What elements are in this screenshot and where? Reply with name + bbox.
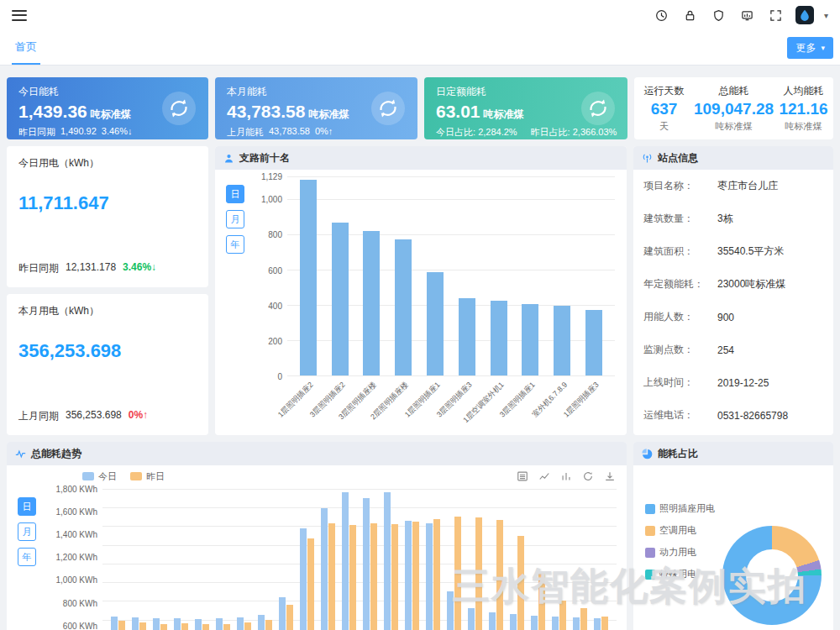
shield-icon[interactable]: [710, 6, 728, 24]
topbar: ▾: [0, 0, 840, 30]
trend-bar-group: [318, 489, 339, 630]
lock-icon[interactable]: [681, 6, 700, 24]
legend-label: 昨日: [146, 470, 165, 483]
stat-sub2-label: 昨日占比:: [531, 127, 570, 137]
chevron-down-icon[interactable]: ▾: [824, 11, 828, 20]
legend-swatch: [645, 548, 655, 558]
trend-bar-group: [591, 489, 612, 630]
site-row: 建筑数量：3栋: [633, 202, 833, 235]
trend-period-switcher: 日 月 年: [12, 489, 42, 630]
refresh-icon[interactable]: [580, 91, 616, 126]
site-row: 运维电话：0531-82665798: [633, 399, 833, 432]
legend-swatch: [645, 570, 655, 580]
water-drop-logo[interactable]: [795, 6, 814, 24]
panel-title: 能耗占比: [658, 447, 698, 461]
trend-bar-group: [276, 489, 297, 630]
legend-swatch: [645, 504, 655, 514]
card-month-electricity: 本月用电（kWh） 356,253.698 上月同期 356,253.698 0…: [7, 294, 208, 435]
legend-item-today[interactable]: 今日: [82, 470, 117, 483]
stat-delta: 0%↑: [315, 126, 333, 139]
trend-bar-group: [255, 489, 276, 630]
tabbar: 首页 更多 ▾: [0, 30, 840, 66]
stat-sub-label: 上月能耗: [227, 126, 264, 139]
trend-bar-group: [486, 489, 507, 630]
trend-bar-group: [402, 489, 423, 630]
tab-home[interactable]: 首页: [12, 30, 40, 65]
summary-label: 总能耗: [719, 84, 749, 98]
branch-bar: [546, 176, 578, 375]
legend-item-special[interactable]: 特殊用电: [645, 568, 715, 580]
summary-total-energy: 总能耗 109,047.28 吨标准煤: [694, 77, 774, 139]
stat-unit: 吨标准煤: [308, 108, 349, 120]
trend-bar-group: [150, 489, 171, 630]
trend-bar-group: [465, 489, 486, 630]
panel-energy-share: 能耗占比 照明插座用电 空调用电 动力用电 特殊用电: [633, 442, 833, 630]
trend-bar-group: [360, 489, 381, 630]
site-row: 项目名称：枣庄市台儿庄: [633, 170, 833, 202]
legend-item-yesterday[interactable]: 昨日: [130, 470, 165, 483]
card-title: 本月用电（kWh）: [18, 304, 197, 318]
stat-card-daily-quota: 日定额能耗 63.01吨标准煤 今日占比: 2,284.2% 昨日占比: 2,3…: [424, 77, 627, 139]
refresh-icon[interactable]: [161, 91, 197, 126]
period-year-button[interactable]: 年: [226, 235, 244, 254]
menu-icon[interactable]: [12, 10, 27, 21]
data-view-icon[interactable]: [516, 470, 529, 483]
more-button-label: 更多: [795, 41, 816, 55]
card-delta: 3.46%↓: [123, 261, 156, 276]
chart-board-icon[interactable]: [738, 6, 757, 24]
summary-value: 109,047.28: [694, 100, 774, 118]
trend-bar-group: [570, 489, 591, 630]
card-value: 11,711.647: [18, 192, 197, 214]
chart-toolbar: [516, 470, 617, 483]
card-sub-value: 12,131.178: [66, 261, 116, 276]
panel-site-info: 站点信息 项目名称：枣庄市台儿庄 建筑数量：3栋 建筑面积：35540.5平方米…: [633, 146, 833, 435]
branch-y-axis: 02004006008001,0001,129: [250, 176, 287, 376]
stat-unit: 吨标准煤: [484, 108, 524, 120]
card-sub-label: 上月同期: [18, 409, 59, 423]
period-day-button[interactable]: 日: [226, 185, 244, 203]
site-row: 年定额能耗：23000吨标准煤: [633, 268, 833, 301]
stat-sub-value: 1,490.92: [60, 126, 97, 139]
branch-bar: [356, 176, 388, 375]
panel-title: 支路前十名: [239, 151, 290, 165]
line-chart-icon[interactable]: [538, 470, 551, 483]
stat-value: 63.01: [436, 102, 480, 121]
bar-chart-icon[interactable]: [559, 470, 573, 483]
stat-unit: 吨标准煤: [91, 108, 131, 120]
refresh-icon[interactable]: [581, 470, 595, 483]
chevron-down-icon: ▾: [821, 44, 825, 52]
energy-share-donut-chart: [722, 526, 822, 625]
pie-icon: [642, 449, 653, 459]
more-button[interactable]: 更多 ▾: [787, 37, 833, 59]
branch-period-switcher: 日 月 年: [220, 176, 250, 435]
branch-bar: [292, 176, 324, 375]
legend-swatch: [82, 472, 94, 480]
card-today-electricity: 今日用电（kWh） 11,711.647 昨日同期 12,131.178 3.4…: [7, 146, 208, 287]
clock-icon[interactable]: [653, 6, 671, 24]
site-row: 上线时间：2019-12-25: [633, 366, 833, 399]
card-value: 356,253.698: [18, 340, 197, 362]
trend-bar-group: [297, 489, 318, 630]
fullscreen-icon[interactable]: [767, 6, 785, 24]
trend-bar-group: [108, 489, 129, 630]
branch-bar: [578, 176, 610, 375]
card-title: 今日用电（kWh）: [18, 156, 197, 171]
legend-item-hvac[interactable]: 空调用电: [645, 524, 715, 537]
trend-bar-group: [528, 489, 549, 630]
stat-delta: 3.46%↓: [102, 126, 133, 139]
download-icon[interactable]: [603, 470, 617, 483]
refresh-icon[interactable]: [370, 91, 406, 126]
legend-item-lighting[interactable]: 照明插座用电: [645, 502, 715, 515]
trend-bar-group: [339, 489, 360, 630]
branch-bar: [451, 176, 483, 375]
branch-chart: [287, 176, 615, 376]
legend-item-power[interactable]: 动力用电: [645, 546, 715, 559]
branch-bar: [483, 176, 515, 375]
period-year-button[interactable]: 年: [18, 548, 36, 566]
summary-running-days: 运行天数 637 天: [634, 77, 694, 139]
branch-bar: [387, 176, 419, 375]
period-day-button[interactable]: 日: [18, 497, 36, 516]
period-month-button[interactable]: 月: [226, 210, 244, 228]
stat-value: 1,439.36: [18, 102, 87, 121]
period-month-button[interactable]: 月: [18, 522, 36, 541]
